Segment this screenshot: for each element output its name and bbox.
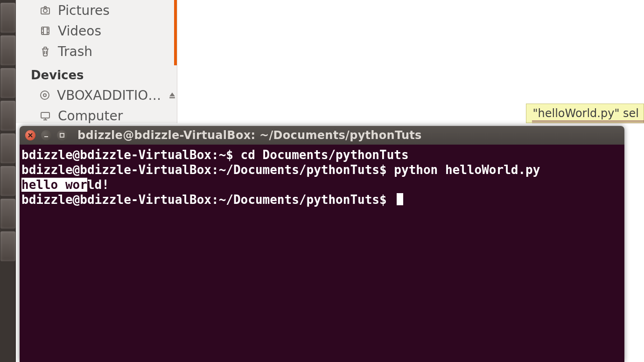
sidebar-section-devices: Devices — [31, 62, 170, 85]
svg-point-3 — [41, 91, 49, 99]
window-minimize-button[interactable] — [41, 130, 51, 140]
sidebar-item-videos[interactable]: Videos — [39, 21, 170, 41]
launcher-tile[interactable] — [0, 3, 15, 33]
launcher-tile[interactable] — [0, 68, 15, 98]
window-close-button[interactable] — [25, 130, 35, 140]
launcher-tile[interactable] — [0, 133, 15, 163]
svg-rect-7 — [60, 133, 64, 137]
sidebar-item-label: Videos — [58, 23, 101, 39]
terminal-window: bdizzle@bdizzle-VirtualBox: ~/Documents/… — [20, 126, 624, 362]
sidebar-item-label: Computer — [58, 108, 123, 124]
unity-launcher — [0, 0, 16, 362]
sidebar-scrollbar[interactable] — [174, 0, 177, 65]
terminal-line: bdizzle@bdizzle-VirtualBox:~/Documents/p… — [21, 163, 540, 177]
film-icon — [39, 25, 51, 36]
sidebar-item-vboxadditions[interactable]: VBOXADDITIO… — [39, 85, 170, 105]
terminal-cursor — [397, 193, 403, 205]
eject-icon[interactable] — [168, 88, 177, 103]
svg-point-4 — [43, 94, 46, 97]
launcher-tile[interactable] — [0, 101, 15, 131]
camera-icon — [39, 5, 51, 16]
trash-icon — [39, 46, 51, 57]
window-maximize-button[interactable] — [57, 130, 67, 140]
terminal-title: bdizzle@bdizzle-VirtualBox: ~/Documents/… — [77, 129, 422, 142]
sidebar-item-trash[interactable]: Trash — [39, 41, 170, 62]
launcher-tile[interactable] — [0, 231, 15, 261]
disc-icon — [39, 90, 50, 101]
terminal-titlebar[interactable]: bdizzle@bdizzle-VirtualBox: ~/Documents/… — [20, 126, 624, 145]
sidebar-item-pictures[interactable]: Pictures — [39, 0, 170, 21]
terminal-selection: hello wor — [21, 178, 87, 192]
svg-rect-5 — [169, 97, 175, 98]
terminal-line: bdizzle@bdizzle-VirtualBox:~$ cd Documen… — [21, 148, 409, 162]
svg-rect-2 — [42, 27, 49, 35]
sidebar-item-label: VBOXADDITIO… — [57, 88, 161, 103]
tooltip-shadow — [532, 120, 644, 124]
files-sidebar: Pictures Videos Trash Devices VBOXADDITI… — [16, 0, 177, 123]
terminal-line: hello world! — [21, 178, 109, 192]
sidebar-item-computer[interactable]: Computer — [39, 105, 170, 126]
terminal-body[interactable]: bdizzle@bdizzle-VirtualBox:~$ cd Documen… — [20, 145, 624, 362]
launcher-tile[interactable] — [0, 166, 15, 196]
computer-icon — [39, 110, 51, 121]
terminal-line: bdizzle@bdizzle-VirtualBox:~/Documents/p… — [21, 193, 403, 207]
launcher-tile[interactable] — [0, 35, 15, 65]
sidebar-item-label: Trash — [58, 44, 92, 59]
launcher-tile[interactable] — [0, 199, 15, 229]
svg-rect-6 — [41, 112, 49, 118]
svg-point-1 — [43, 9, 47, 13]
sidebar-item-label: Pictures — [58, 3, 110, 18]
